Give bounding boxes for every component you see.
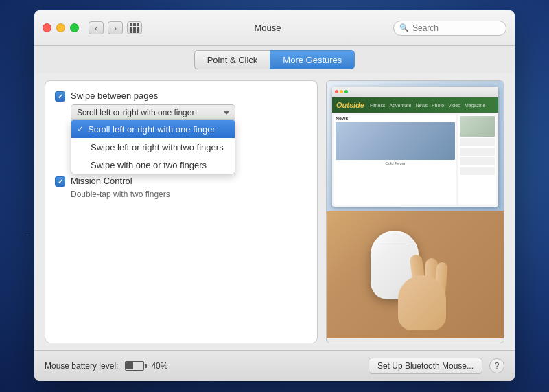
- swipe-dropdown[interactable]: Scroll left or right with one finger: [71, 104, 235, 121]
- minimize-button[interactable]: [56, 23, 65, 32]
- maximize-button[interactable]: [70, 23, 79, 32]
- outside-body: News Cold Fever: [332, 113, 498, 207]
- browser-min-dot: [340, 90, 343, 93]
- preview-bottom: [327, 211, 504, 338]
- grid-icon: [130, 23, 139, 33]
- palm: [398, 275, 446, 330]
- dropdown-menu: ✓ Scroll left or right with one finger S…: [71, 119, 235, 174]
- browser-close-dot: [335, 90, 338, 93]
- fake-browser-content: Outside FitnessAdventureNewsPhotoVideoMa…: [332, 97, 498, 207]
- outside-main: News Cold Fever: [334, 115, 456, 205]
- close-button[interactable]: [43, 23, 51, 32]
- tabs-bar: Point & Click More Gestures: [34, 46, 515, 73]
- preview-panel: Outside FitnessAdventureNewsPhotoVideoMa…: [326, 80, 504, 343]
- sidebar-item-2: [460, 148, 495, 156]
- sidebar-image: [460, 116, 495, 137]
- bottom-bar: Mouse battery level: 40% Set Up Bluetoot…: [34, 350, 515, 381]
- traffic-lights: [43, 23, 79, 32]
- mission-control-subtitle: Double-tap with two fingers: [71, 189, 307, 199]
- search-icon: 🔍: [399, 23, 409, 32]
- sidebar-item-1: [460, 138, 495, 146]
- browser-max-dot: [344, 90, 348, 93]
- help-button[interactable]: ?: [489, 358, 504, 373]
- nav-buttons: ‹ ›: [89, 21, 123, 34]
- dropdown-option-0[interactable]: ✓ Scroll left or right with one finger: [71, 120, 235, 138]
- setup-bluetooth-button[interactable]: Set Up Bluetooth Mouse...: [369, 358, 482, 374]
- outside-sidebar: [458, 115, 496, 205]
- outside-nav: FitnessAdventureNewsPhotoVideoMagazine: [370, 103, 485, 108]
- battery-icon: [125, 361, 144, 371]
- mouse-area: [327, 211, 504, 338]
- preview-screenshot: Outside FitnessAdventureNewsPhotoVideoMa…: [327, 81, 504, 211]
- swipe-title: Swipe between pages: [71, 91, 307, 101]
- cold-fever-caption: Cold Fever: [336, 161, 455, 165]
- sidebar-item-4: [460, 167, 495, 175]
- hand-illustration: [391, 248, 453, 330]
- battery-label: Mouse battery level:: [45, 361, 118, 371]
- tab-more-gestures[interactable]: More Gestures: [270, 50, 355, 69]
- grid-button[interactable]: [127, 21, 142, 34]
- dropdown-selected-text: Scroll left or right with one finger: [77, 108, 221, 117]
- mission-control-row: Mission Control Double-tap with two fing…: [55, 176, 307, 199]
- dropdown-arrow-icon: [224, 111, 229, 115]
- back-button[interactable]: ‹: [89, 21, 104, 34]
- dropdown-wrapper: Scroll left or right with one finger ✓ S…: [71, 104, 307, 121]
- battery-percent: 40%: [151, 361, 167, 371]
- fake-browser-bar: [332, 87, 498, 97]
- empty-check-icon: [77, 142, 86, 152]
- mouse-top-line: [379, 246, 410, 246]
- battery-fill: [126, 362, 133, 369]
- main-window: ‹ › Mouse 🔍 Point & Click More Gestures: [34, 10, 515, 381]
- titlebar: ‹ › Mouse 🔍: [34, 10, 515, 46]
- dropdown-option-2[interactable]: Swipe with one or two fingers: [71, 156, 235, 174]
- mission-control-label-group: Mission Control Double-tap with two fing…: [71, 176, 307, 199]
- news-label: News: [336, 116, 455, 121]
- forward-button[interactable]: ›: [108, 21, 123, 34]
- hand-mouse-illustration: [371, 220, 460, 330]
- outside-header: Outside FitnessAdventureNewsPhotoVideoMa…: [332, 97, 498, 113]
- search-input[interactable]: [412, 23, 500, 33]
- empty-check-icon-2: [77, 160, 86, 170]
- sidebar-item-3: [460, 157, 495, 165]
- outside-logo: Outside: [336, 101, 364, 109]
- swipe-label-group: Swipe between pages Scroll left or right…: [71, 91, 307, 121]
- window-title: Mouse: [142, 23, 393, 33]
- swipe-setting-row: Swipe between pages Scroll left or right…: [55, 91, 307, 121]
- swipe-checkbox[interactable]: [55, 91, 65, 102]
- sidebar-items: [460, 138, 495, 175]
- fake-browser: Outside FitnessAdventureNewsPhotoVideoMa…: [332, 87, 498, 207]
- content-area: Swipe between pages Scroll left or right…: [34, 73, 515, 350]
- check-mark-icon: ✓: [77, 124, 84, 134]
- mission-control-title: Mission Control: [71, 176, 307, 186]
- mission-control-checkbox[interactable]: [55, 176, 65, 187]
- news-image: [336, 122, 455, 160]
- settings-panel: Swipe between pages Scroll left or right…: [45, 80, 318, 343]
- preview-top: Outside FitnessAdventureNewsPhotoVideoMa…: [327, 81, 504, 211]
- dropdown-option-1[interactable]: Swipe left or right with two fingers: [71, 138, 235, 156]
- search-box[interactable]: 🔍: [393, 21, 506, 36]
- tab-point-click[interactable]: Point & Click: [194, 50, 270, 69]
